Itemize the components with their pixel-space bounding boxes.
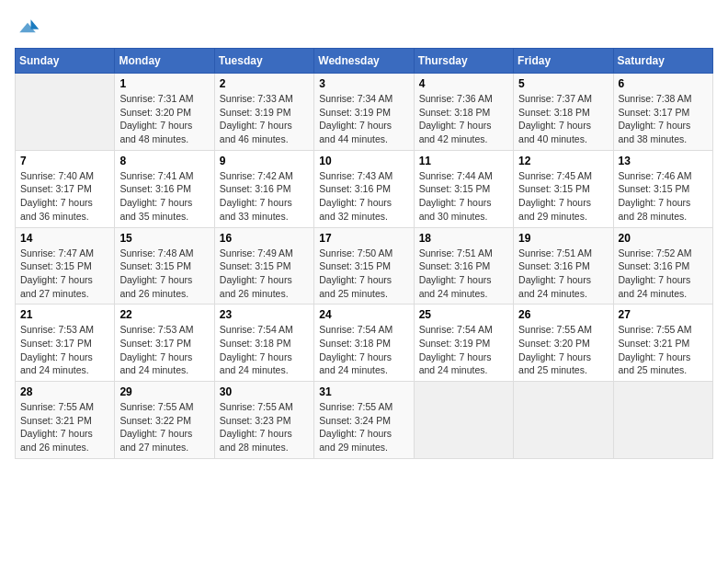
day-cell: 13Sunrise: 7:46 AM Sunset: 3:15 PM Dayli… [613,150,712,227]
day-cell: 11Sunrise: 7:44 AM Sunset: 3:15 PM Dayli… [414,150,513,227]
logo-icon [15,15,40,40]
day-number: 30 [220,385,309,398]
day-cell: 24Sunrise: 7:54 AM Sunset: 3:18 PM Dayli… [314,304,414,382]
column-header-monday: Monday [115,49,214,74]
day-number: 29 [119,385,209,398]
day-number: 2 [220,77,309,90]
day-cell: 20Sunrise: 7:52 AM Sunset: 3:16 PM Dayli… [613,227,712,304]
column-header-friday: Friday [514,49,613,74]
day-detail: Sunrise: 7:54 AM Sunset: 3:18 PM Dayligh… [220,323,309,377]
day-number: 31 [319,385,408,398]
day-number: 8 [119,155,209,167]
day-cell: 14Sunrise: 7:47 AM Sunset: 3:15 PM Dayli… [16,227,115,304]
day-detail: Sunrise: 7:40 AM Sunset: 3:17 PM Dayligh… [20,169,109,224]
day-cell: 3Sunrise: 7:34 AM Sunset: 3:19 PM Daylig… [314,74,414,151]
day-number: 23 [220,308,309,321]
day-detail: Sunrise: 7:53 AM Sunset: 3:17 PM Dayligh… [119,323,209,377]
day-number: 5 [518,77,608,90]
column-header-wednesday: Wednesday [314,49,414,74]
day-cell: 5Sunrise: 7:37 AM Sunset: 3:18 PM Daylig… [514,74,613,151]
day-detail: Sunrise: 7:55 AM Sunset: 3:21 PM Dayligh… [619,323,708,377]
day-cell [613,382,712,459]
day-cell: 18Sunrise: 7:51 AM Sunset: 3:16 PM Dayli… [414,227,513,304]
day-cell: 16Sunrise: 7:49 AM Sunset: 3:15 PM Dayli… [214,227,313,304]
day-cell: 9Sunrise: 7:42 AM Sunset: 3:16 PM Daylig… [214,150,313,227]
day-number: 28 [20,385,109,398]
day-cell: 21Sunrise: 7:53 AM Sunset: 3:17 PM Dayli… [16,304,115,382]
day-cell: 31Sunrise: 7:55 AM Sunset: 3:24 PM Dayli… [314,382,414,459]
day-number: 17 [319,232,408,245]
day-detail: Sunrise: 7:46 AM Sunset: 3:15 PM Dayligh… [619,169,708,224]
column-header-thursday: Thursday [414,49,513,74]
day-detail: Sunrise: 7:54 AM Sunset: 3:19 PM Dayligh… [419,323,508,377]
day-number: 11 [419,155,508,167]
day-cell: 19Sunrise: 7:51 AM Sunset: 3:16 PM Dayli… [514,227,613,304]
day-number: 21 [20,308,109,321]
day-detail: Sunrise: 7:37 AM Sunset: 3:18 PM Dayligh… [518,92,608,146]
day-number: 14 [20,232,109,245]
day-detail: Sunrise: 7:31 AM Sunset: 3:20 PM Dayligh… [119,92,209,146]
day-number: 10 [319,155,408,167]
day-detail: Sunrise: 7:47 AM Sunset: 3:15 PM Dayligh… [20,247,109,301]
day-detail: Sunrise: 7:45 AM Sunset: 3:15 PM Dayligh… [518,169,608,224]
week-row-5: 28Sunrise: 7:55 AM Sunset: 3:21 PM Dayli… [16,382,713,459]
day-detail: Sunrise: 7:36 AM Sunset: 3:18 PM Dayligh… [419,92,508,146]
day-detail: Sunrise: 7:43 AM Sunset: 3:16 PM Dayligh… [319,169,408,224]
day-detail: Sunrise: 7:41 AM Sunset: 3:16 PM Dayligh… [119,169,209,224]
day-number: 13 [619,155,708,167]
day-number: 24 [319,308,408,321]
day-detail: Sunrise: 7:55 AM Sunset: 3:24 PM Dayligh… [319,400,408,454]
day-number: 18 [419,232,508,245]
day-number: 20 [619,232,708,245]
week-row-4: 21Sunrise: 7:53 AM Sunset: 3:17 PM Dayli… [16,304,713,382]
day-number: 4 [419,77,508,90]
day-number: 27 [619,308,708,321]
svg-marker-0 [31,19,40,29]
day-cell: 17Sunrise: 7:50 AM Sunset: 3:15 PM Dayli… [314,227,414,304]
day-number: 1 [119,77,209,90]
day-detail: Sunrise: 7:55 AM Sunset: 3:20 PM Dayligh… [518,323,608,377]
day-detail: Sunrise: 7:48 AM Sunset: 3:15 PM Dayligh… [119,247,209,301]
logo [15,15,44,40]
day-number: 12 [518,155,608,167]
day-cell [514,382,613,459]
column-header-sunday: Sunday [16,49,115,74]
week-row-1: 1Sunrise: 7:31 AM Sunset: 3:20 PM Daylig… [16,74,713,151]
day-number: 25 [419,308,508,321]
day-cell [414,382,513,459]
day-cell: 15Sunrise: 7:48 AM Sunset: 3:15 PM Dayli… [115,227,214,304]
day-cell: 4Sunrise: 7:36 AM Sunset: 3:18 PM Daylig… [414,74,513,151]
day-detail: Sunrise: 7:52 AM Sunset: 3:16 PM Dayligh… [619,247,708,301]
day-cell: 12Sunrise: 7:45 AM Sunset: 3:15 PM Dayli… [514,150,613,227]
day-detail: Sunrise: 7:54 AM Sunset: 3:18 PM Dayligh… [319,323,408,377]
day-number: 15 [119,232,209,245]
day-detail: Sunrise: 7:51 AM Sunset: 3:16 PM Dayligh… [518,247,608,301]
column-header-saturday: Saturday [613,49,712,74]
day-number: 3 [319,77,408,90]
day-cell: 6Sunrise: 7:38 AM Sunset: 3:17 PM Daylig… [613,74,712,151]
day-detail: Sunrise: 7:55 AM Sunset: 3:21 PM Dayligh… [20,400,109,454]
week-row-2: 7Sunrise: 7:40 AM Sunset: 3:17 PM Daylig… [16,150,713,227]
day-cell: 7Sunrise: 7:40 AM Sunset: 3:17 PM Daylig… [16,150,115,227]
day-detail: Sunrise: 7:42 AM Sunset: 3:16 PM Dayligh… [220,169,309,224]
day-detail: Sunrise: 7:49 AM Sunset: 3:15 PM Dayligh… [220,247,309,301]
day-cell: 26Sunrise: 7:55 AM Sunset: 3:20 PM Dayli… [514,304,613,382]
week-row-3: 14Sunrise: 7:47 AM Sunset: 3:15 PM Dayli… [16,227,713,304]
day-detail: Sunrise: 7:33 AM Sunset: 3:19 PM Dayligh… [220,92,309,146]
day-cell: 23Sunrise: 7:54 AM Sunset: 3:18 PM Dayli… [214,304,313,382]
day-cell: 25Sunrise: 7:54 AM Sunset: 3:19 PM Dayli… [414,304,513,382]
day-detail: Sunrise: 7:51 AM Sunset: 3:16 PM Dayligh… [419,247,508,301]
day-number: 22 [119,308,209,321]
day-cell: 29Sunrise: 7:55 AM Sunset: 3:22 PM Dayli… [115,382,214,459]
day-detail: Sunrise: 7:34 AM Sunset: 3:19 PM Dayligh… [319,92,408,146]
day-cell: 30Sunrise: 7:55 AM Sunset: 3:23 PM Dayli… [214,382,313,459]
day-cell: 1Sunrise: 7:31 AM Sunset: 3:20 PM Daylig… [115,74,214,151]
day-number: 19 [518,232,608,245]
day-detail: Sunrise: 7:44 AM Sunset: 3:15 PM Dayligh… [419,169,508,224]
header-row: SundayMondayTuesdayWednesdayThursdayFrid… [16,49,713,74]
day-cell: 10Sunrise: 7:43 AM Sunset: 3:16 PM Dayli… [314,150,414,227]
day-number: 26 [518,308,608,321]
day-detail: Sunrise: 7:55 AM Sunset: 3:23 PM Dayligh… [220,400,309,454]
calendar-table: SundayMondayTuesdayWednesdayThursdayFrid… [15,48,713,459]
day-number: 6 [619,77,708,90]
